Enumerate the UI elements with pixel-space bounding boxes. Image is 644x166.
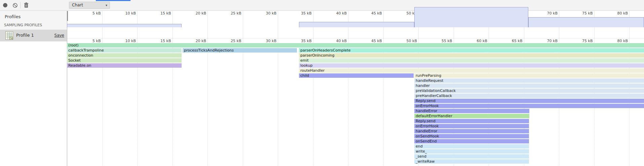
profile-name: Profile 1 — [16, 33, 34, 38]
flame-ruler-label: 70 kB — [547, 39, 558, 43]
save-profile-link[interactable]: Save — [54, 33, 64, 38]
clear-icon — [12, 3, 18, 8]
flame-bar-lookup[interactable]: lookup — [299, 63, 644, 68]
overview-ruler-label: 15 kB — [160, 11, 171, 15]
profiles-sidebar: Profiles SAMPLING PROFILES % Profile 1 S… — [0, 11, 67, 166]
sidebar-title: Profiles — [5, 14, 21, 19]
flame-bar-runPreParsing[interactable]: runPreParsing — [414, 73, 644, 78]
flame-bar-end[interactable]: end — [414, 144, 529, 148]
overview-ruler-label: 35 kB — [301, 11, 311, 15]
memory-overview-pane[interactable] — [67, 16, 644, 38]
flame-bar-defaultErrorHandler[interactable]: defaultErrorHandler — [414, 114, 529, 118]
flame-ruler-label: 10 kB — [125, 39, 136, 43]
record-button[interactable] — [1, 0, 10, 10]
flame-bar-onSendEnd[interactable]: onSendEnd — [414, 139, 529, 143]
profile-item[interactable]: % Profile 1 Save — [0, 30, 67, 41]
flame-bar-preValidationCallback[interactable]: preValidationCallback — [414, 89, 644, 93]
flame-bar-handleError[interactable]: handleError — [414, 129, 529, 133]
flame-bar-Readable.on[interactable]: Readable.on — [67, 63, 182, 68]
flame-bar-_writeRaw[interactable]: _writeRaw — [414, 159, 529, 164]
flame-chart: (root)callbackTrampolineprocessTicksAndR… — [67, 43, 644, 166]
view-mode-select[interactable]: Chart ▾ — [69, 2, 110, 9]
flame-ruler-label: 80 kB — [617, 39, 628, 43]
chevron-down-icon: ▾ — [106, 2, 107, 8]
svg-text:%: % — [10, 37, 12, 40]
overview-step — [414, 7, 528, 27]
heap-profile-icon: % — [5, 31, 13, 40]
flame-ruler-label: 65 kB — [512, 39, 522, 43]
overview-ruler-label: 45 kB — [371, 11, 382, 15]
sampling-profiles-section-label: SAMPLING PROFILES — [4, 23, 42, 27]
flame-bar-root[interactable]: (root) — [67, 43, 644, 47]
overview-ruler: 5 kB10 kB15 kB20 kB25 kB30 kB35 kB40 kB4… — [67, 11, 644, 16]
sidebar-lower-area — [0, 41, 67, 166]
overview-step — [299, 22, 414, 27]
flame-ruler-label: 75 kB — [582, 39, 593, 43]
overview-ruler-label: 20 kB — [196, 11, 206, 15]
flame-bar-parserOnHeadersComplete[interactable]: parserOnHeadersComplete — [299, 48, 644, 53]
flame-bar-routeHandler[interactable]: routeHandler — [299, 68, 644, 73]
active-tab-indicator — [96, 0, 130, 1]
flame-ruler-label: 25 kB — [231, 39, 241, 43]
overview-step — [528, 17, 644, 27]
flame-bar-Socket[interactable]: Socket — [67, 58, 182, 63]
overview-ruler-label: 10 kB — [125, 11, 136, 15]
flame-ruler-label: 30 kB — [266, 39, 276, 43]
flame-ruler-label: 60 kB — [477, 39, 487, 43]
overview-ruler-label: 70 kB — [547, 11, 558, 15]
flame-ruler-label: 35 kB — [301, 39, 311, 43]
flame-bar-callbackTrampoline[interactable]: callbackTrampoline — [67, 48, 182, 53]
overview-ruler-label: 75 kB — [582, 11, 593, 15]
toolbar-divider — [20, 2, 21, 8]
flame-bar-child[interactable]: child — [299, 73, 414, 78]
flame-bar-onErrorHook[interactable]: onErrorHook — [414, 104, 644, 108]
overview-ruler-label: 80 kB — [617, 11, 628, 15]
flame-bar-onconnection[interactable]: onconnection — [67, 53, 182, 58]
flame-bar-_send[interactable]: _send — [414, 154, 529, 159]
flame-bar-handleError[interactable]: handleError — [414, 109, 529, 113]
heap-profiler-window: Chart ▾ Profiles SAMPLING PROFILES % Pro… — [0, 0, 644, 166]
flame-bar-processTicksAndRejections[interactable]: processTicksAndRejections — [183, 48, 297, 53]
flame-bar-onErrorHook[interactable]: onErrorHook — [414, 124, 529, 128]
flame-ruler-label: 20 kB — [196, 39, 206, 43]
flame-ruler-label: 5 kB — [92, 39, 101, 43]
view-mode-value: Chart — [72, 3, 83, 7]
flame-chart-panel: 5 kB10 kB15 kB20 kB25 kB30 kB35 kB40 kB4… — [67, 11, 644, 166]
overview-ruler-label: 30 kB — [266, 11, 276, 15]
trash-icon — [24, 2, 29, 8]
flame-bar-Reply.send[interactable]: Reply.send — [414, 99, 644, 103]
overview-ruler-label: 25 kB — [231, 11, 241, 15]
flame-ruler-label: 40 kB — [336, 39, 347, 43]
overview-ruler-label: 5 kB — [92, 11, 101, 15]
flame-ruler-label: 50 kB — [407, 39, 417, 43]
flame-chart-ruler: 5 kB10 kB15 kB20 kB25 kB30 kB35 kB40 kB4… — [67, 38, 644, 43]
flame-bar-Reply.send[interactable]: Reply.send — [414, 119, 529, 123]
overview-step — [67, 24, 182, 27]
flame-bar-write_[interactable]: write_ — [414, 149, 529, 154]
flame-bar-handleRequest[interactable]: handleRequest — [414, 78, 644, 83]
overview-ruler-label: 40 kB — [336, 11, 347, 15]
flame-bar-emit[interactable]: emit — [299, 58, 644, 63]
record-icon — [3, 3, 7, 7]
clear-button[interactable] — [11, 0, 20, 10]
flame-bar-preHandlerCallback[interactable]: preHandlerCallback — [414, 94, 644, 98]
toolbar: Chart ▾ — [0, 0, 644, 11]
delete-profile-button[interactable] — [22, 0, 31, 10]
flame-bar-parserOnIncoming[interactable]: parserOnIncoming — [299, 53, 644, 58]
flame-bar-handler[interactable]: handler — [414, 84, 644, 88]
flame-ruler-label: 15 kB — [160, 39, 171, 43]
flame-bar-onSendHook[interactable]: onSendHook — [414, 134, 529, 138]
flame-ruler-label: 45 kB — [371, 39, 382, 43]
flame-ruler-label: 55 kB — [442, 39, 452, 43]
